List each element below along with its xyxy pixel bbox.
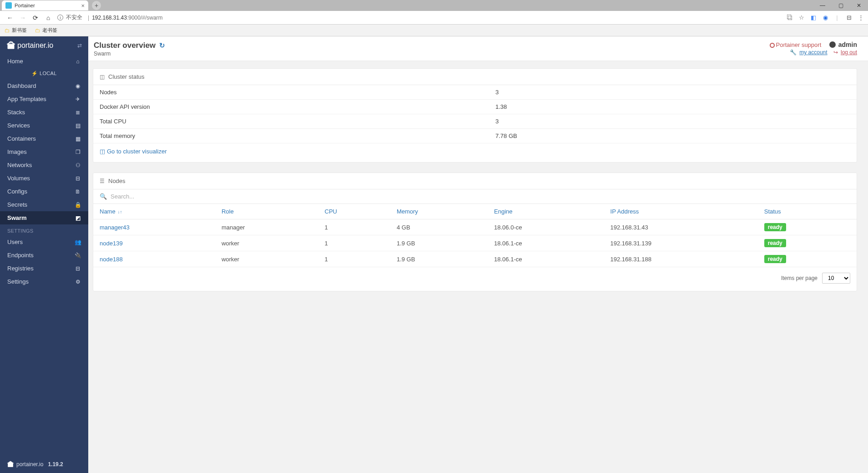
logout-icon: ↪ <box>833 49 838 56</box>
sidebar-item-containers[interactable]: Containers ▦ <box>0 132 88 145</box>
sidebar-item-images[interactable]: Images ❐ <box>0 145 88 158</box>
col-name[interactable]: Name ↓↑ <box>93 204 215 219</box>
services-icon: ▤ <box>75 122 81 129</box>
window-minimize-button[interactable]: — <box>813 0 832 11</box>
url-bar: ← → ⟳ ⌂ i 不安全 | 192.168.31.43:9000/#/swa… <box>0 11 868 25</box>
url-path: :9000/#/swarm <box>127 15 163 21</box>
extension1-icon[interactable]: ◧ <box>810 14 817 21</box>
search-input[interactable] <box>111 193 850 200</box>
diagram-icon: ◫ <box>100 74 105 80</box>
translate-icon[interactable]: ⿻ <box>786 14 793 21</box>
containers-icon: ▦ <box>75 136 81 142</box>
node-name-link[interactable]: node139 <box>93 235 215 251</box>
sidebar-item-swarm[interactable]: Swarm ◩ <box>0 211 88 224</box>
insecure-label: 不安全 <box>66 14 82 21</box>
col-engine[interactable]: Engine <box>488 204 604 219</box>
back-button[interactable]: ← <box>5 12 15 23</box>
diagram-icon: ◫ <box>100 148 105 155</box>
configs-icon: 🗎 <box>75 188 81 195</box>
table-footer: Items per page 10 <box>93 267 857 291</box>
sidebar-item-templates[interactable]: App Templates ✈ <box>0 92 88 106</box>
window-maximize-button[interactable]: ▢ <box>832 0 850 11</box>
home-icon: ⌂ <box>75 58 81 65</box>
bookmark-item[interactable]: 🗀 新书签 <box>5 27 27 34</box>
per-page-select[interactable]: 10 <box>822 273 850 284</box>
card-header: ◫ Cluster status <box>93 69 857 85</box>
sidebar-item-volumes[interactable]: Volumes ⊟ <box>0 172 88 185</box>
nodes-card: ☰ Nodes 🔍 Name ↓↑ Role CPU Memory Engi <box>93 173 857 291</box>
sidebar-item-services[interactable]: Services ▤ <box>0 119 88 132</box>
server-icon: ☰ <box>100 178 105 184</box>
nodes-table: Name ↓↑ Role CPU Memory Engine IP Addres… <box>93 204 857 267</box>
app: portainer.io ⇄ Home ⌂ ⚡ LOCAL Dashboard … <box>0 36 868 473</box>
status-badge: ready <box>764 223 786 231</box>
window-controls: — ▢ ✕ <box>813 0 868 11</box>
sidebar-item-secrets[interactable]: Secrets 🔒 <box>0 198 88 211</box>
forward-button[interactable]: → <box>17 12 28 23</box>
profile-icon[interactable]: ⊟ <box>845 14 853 21</box>
table-row: node139 worker 1 1.9 GB 18.06.1-ce 192.1… <box>93 235 857 251</box>
sidebar-footer: portainer.io 1.19.2 <box>0 456 88 473</box>
log-out-link[interactable]: log out <box>841 49 857 56</box>
bookmark-star-icon[interactable]: ☆ <box>798 14 805 21</box>
sidebar-toggle-icon[interactable]: ⇄ <box>77 42 82 49</box>
sidebar-endpoint-group: ⚡ LOCAL <box>0 68 88 79</box>
col-status[interactable]: Status <box>758 204 857 219</box>
card-header: ☰ Nodes <box>93 173 857 189</box>
user-icon <box>829 41 836 48</box>
status-badge: ready <box>764 239 786 247</box>
home-button[interactable]: ⌂ <box>43 12 54 23</box>
folder-icon: 🗀 <box>5 27 10 34</box>
col-memory[interactable]: Memory <box>390 204 488 219</box>
browser-tab[interactable]: Portainer × <box>2 0 88 10</box>
plug-icon: ⚡ <box>31 71 38 76</box>
networks-icon: ⚇ <box>75 162 81 168</box>
users-icon: 👥 <box>75 239 81 245</box>
logo-row: portainer.io ⇄ <box>0 36 88 55</box>
status-row: Total memory 7.78 GB <box>93 129 857 143</box>
window-close-button[interactable]: ✕ <box>850 0 868 11</box>
sidebar-item-dashboard[interactable]: Dashboard ◉ <box>0 79 88 92</box>
menu-icon[interactable]: ⋮ <box>857 14 864 21</box>
my-account-link[interactable]: my account <box>799 49 827 56</box>
status-row: Total CPU 3 <box>93 114 857 129</box>
visualizer-link[interactable]: ◫Go to cluster visualizer <box>100 148 167 155</box>
sidebar-item-settings[interactable]: Settings ⚙ <box>0 275 88 288</box>
search-row: 🔍 <box>93 189 857 204</box>
col-role[interactable]: Role <box>215 204 318 219</box>
status-row: Nodes 3 <box>93 85 857 100</box>
support-link[interactable]: Portainer support <box>770 41 823 48</box>
page-title: Cluster overview ↻ <box>94 41 165 50</box>
info-icon: i <box>57 15 63 20</box>
sidebar-item-networks[interactable]: Networks ⚇ <box>0 158 88 172</box>
logo-icon <box>6 41 15 50</box>
templates-icon: ✈ <box>75 96 81 102</box>
sidebar: portainer.io ⇄ Home ⌂ ⚡ LOCAL Dashboard … <box>0 36 88 473</box>
secrets-icon: 🔒 <box>75 202 81 208</box>
sidebar-item-registries[interactable]: Registries ⊟ <box>0 262 88 275</box>
sidebar-item-endpoints[interactable]: Endpoints 🔌 <box>0 249 88 262</box>
bookmark-bar: 🗀 新书签 🗀 老书签 <box>0 25 868 36</box>
node-name-link[interactable]: manager43 <box>93 219 215 235</box>
reload-button[interactable]: ⟳ <box>30 12 41 23</box>
extension2-icon[interactable]: ◉ <box>822 14 829 21</box>
sidebar-item-home[interactable]: Home ⌂ <box>0 55 88 68</box>
table-row: node188 worker 1 1.9 GB 18.06.1-ce 192.1… <box>93 251 857 267</box>
content: ◫ Cluster status Nodes 3 Docker API vers… <box>88 61 868 306</box>
url-input[interactable]: i 不安全 | 192.168.31.43:9000/#/swarm <box>57 14 783 21</box>
tab-close-icon[interactable]: × <box>81 2 85 9</box>
new-tab-button[interactable]: + <box>92 1 101 10</box>
images-icon: ❐ <box>75 149 81 155</box>
refresh-icon[interactable]: ↻ <box>159 41 165 50</box>
wrench-icon: 🔧 <box>790 49 797 56</box>
col-ip[interactable]: IP Address <box>604 204 758 219</box>
sidebar-section-settings: SETTINGS <box>0 224 88 235</box>
logo-icon <box>7 460 14 468</box>
node-name-link[interactable]: node188 <box>93 251 215 267</box>
sidebar-item-stacks[interactable]: Stacks ≣ <box>0 106 88 119</box>
sidebar-item-users[interactable]: Users 👥 <box>0 235 88 249</box>
col-cpu[interactable]: CPU <box>318 204 390 219</box>
logo[interactable]: portainer.io <box>6 41 53 50</box>
bookmark-item[interactable]: 🗀 老书签 <box>35 27 57 34</box>
sidebar-item-configs[interactable]: Configs 🗎 <box>0 185 88 198</box>
